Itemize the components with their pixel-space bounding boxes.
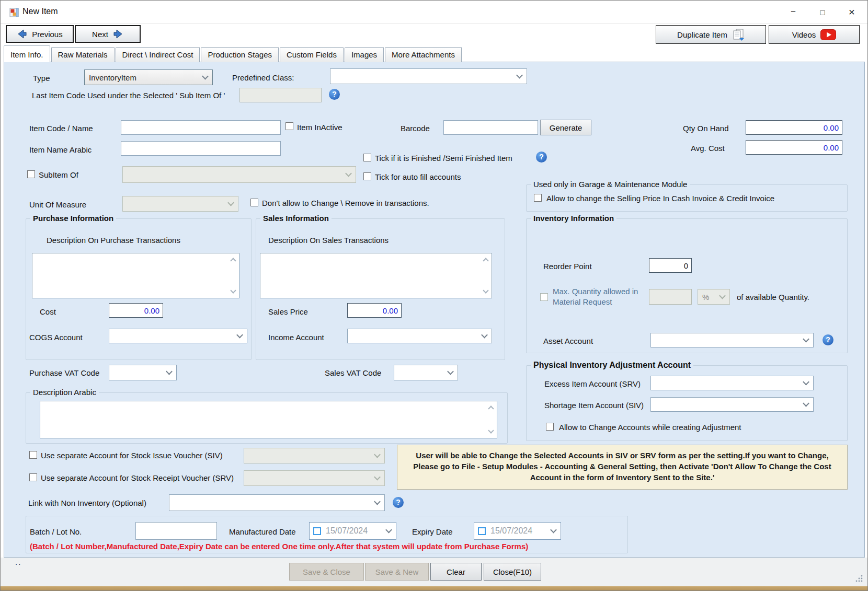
asset-account-select[interactable] — [650, 333, 814, 347]
siv-separate-account-checkbox[interactable] — [29, 451, 37, 459]
help-icon[interactable]: ? — [393, 497, 404, 508]
sales-price-field[interactable] — [347, 303, 402, 318]
generate-label: Generate — [550, 123, 583, 132]
title-bar: New Item − □ × — [1, 1, 867, 24]
date-checkbox[interactable] — [478, 527, 486, 535]
date-checkbox[interactable] — [313, 527, 321, 535]
item-name-arabic-input[interactable] — [121, 141, 281, 156]
garage-module-title: Used only in Garage & Maintenance Module — [531, 180, 690, 189]
next-button[interactable]: Next — [75, 25, 141, 43]
type-select[interactable]: InventoryItem — [84, 69, 213, 85]
close-f10-button[interactable]: Close(F10) — [484, 563, 541, 581]
sales-price-label: Sales Price — [268, 307, 308, 316]
qty-on-hand-field[interactable] — [746, 120, 842, 135]
cogs-account-select[interactable] — [109, 329, 247, 343]
scroll-up-icon[interactable] — [488, 405, 494, 411]
tab-direct-indirect-cost[interactable]: Direct \ Indirect Cost — [116, 47, 200, 62]
tab-images[interactable]: Images — [345, 47, 384, 62]
tab-raw-materials[interactable]: Raw Materials — [51, 47, 115, 62]
close-button[interactable]: × — [839, 4, 864, 20]
help-icon[interactable]: ? — [329, 89, 340, 100]
duplicate-item-button[interactable]: Duplicate Item — [656, 25, 766, 44]
adjustment-account-title: Physical Inventory Adjustment Account — [531, 361, 693, 370]
tab-item-info[interactable]: Item Info. — [4, 45, 50, 62]
barcode-input[interactable] — [443, 120, 538, 135]
description-arabic-textarea[interactable] — [40, 401, 497, 438]
avg-cost-field[interactable] — [746, 140, 842, 155]
max-quantity-label-line2: Material Request — [553, 297, 612, 306]
scroll-down-icon[interactable] — [483, 287, 488, 293]
barcode-label: Barcode — [401, 124, 430, 133]
tab-more-attachments[interactable]: More Attachments — [385, 47, 462, 62]
siv-account-select[interactable] — [244, 448, 385, 463]
chevron-down-icon — [236, 332, 243, 339]
srv-account-select[interactable] — [244, 470, 385, 486]
chevron-down-icon — [481, 332, 488, 339]
allow-change-accounts-checkbox[interactable] — [546, 423, 554, 431]
scroll-up-icon[interactable] — [230, 258, 236, 263]
chevron-down-icon — [374, 474, 381, 481]
item-name-arabic-label: Item Name Arabic — [29, 145, 92, 154]
accounts-note: User will be able to Change the Selected… — [397, 445, 848, 490]
scroll-down-icon[interactable] — [488, 427, 494, 433]
percent-select[interactable]: % — [698, 289, 730, 305]
help-icon[interactable]: ? — [823, 334, 833, 345]
autofill-accounts-checkbox[interactable] — [363, 172, 371, 180]
help-icon[interactable]: ? — [536, 152, 547, 163]
chevron-down-icon — [516, 72, 523, 79]
tab-production-stages[interactable]: Production Stages — [201, 47, 279, 62]
description-arabic-label: Description Arabic — [30, 388, 99, 397]
chevron-down-icon — [374, 499, 381, 505]
link-non-inventory-select[interactable] — [169, 494, 385, 511]
previous-button[interactable]: Previous — [6, 25, 74, 43]
save-new-label: Save & New — [375, 567, 419, 576]
cost-label: Cost — [40, 307, 56, 316]
subitem-of-checkbox[interactable] — [27, 170, 35, 178]
predefined-class-select[interactable] — [330, 68, 527, 84]
excess-item-account-select[interactable] — [650, 376, 814, 390]
resize-grip[interactable] — [855, 574, 863, 583]
last-item-code-field[interactable] — [239, 88, 322, 102]
purchase-vat-code-select[interactable] — [109, 365, 177, 380]
tab-custom-fields[interactable]: Custom Fields — [280, 47, 344, 62]
unit-of-measure-select[interactable] — [122, 196, 238, 212]
unit-of-measure-label: Unit Of Measure — [29, 200, 86, 209]
dont-allow-change-label: Don't allow to Change \ Remove in transa… — [262, 199, 429, 207]
dont-allow-change-checkbox[interactable] — [250, 199, 258, 206]
cost-field[interactable] — [109, 303, 163, 318]
qty-on-hand-label: Qty On Hand — [683, 124, 729, 133]
save-new-button[interactable]: Save & New — [365, 563, 429, 581]
scroll-down-icon[interactable] — [230, 287, 236, 293]
sales-vat-code-select[interactable] — [394, 365, 458, 380]
footer-dots: .. — [15, 558, 21, 566]
expiry-date-picker[interactable]: 15/07/2024 — [474, 522, 561, 540]
finished-item-label: Tick if it is Finished /Semi Finished It… — [375, 154, 512, 163]
allow-selling-price-checkbox[interactable] — [534, 194, 542, 202]
minimize-button[interactable]: − — [781, 4, 806, 20]
maximize-button[interactable]: □ — [810, 4, 835, 20]
generate-button[interactable]: Generate — [540, 120, 591, 135]
purchase-description-textarea[interactable] — [32, 253, 239, 298]
autofill-accounts-label: Tick for auto fill accounts — [375, 172, 461, 181]
save-close-button[interactable]: Save & Close — [289, 563, 364, 581]
max-quantity-field[interactable] — [649, 289, 692, 305]
manufactured-date-picker[interactable]: 15/07/2024 — [309, 522, 396, 540]
income-account-select[interactable] — [347, 329, 492, 343]
videos-button[interactable]: Videos — [769, 25, 860, 44]
subitem-of-select[interactable] — [122, 166, 356, 183]
max-quantity-checkbox[interactable] — [540, 293, 548, 301]
shortage-item-account-select[interactable] — [650, 397, 814, 412]
purchase-description-label: Description On Purchase Transactions — [47, 236, 180, 245]
srv-separate-account-checkbox[interactable] — [29, 473, 37, 481]
finished-item-checkbox[interactable] — [363, 154, 371, 161]
clear-button[interactable]: Clear — [430, 563, 482, 581]
reorder-point-field[interactable] — [649, 258, 692, 273]
youtube-icon — [820, 29, 836, 40]
chevron-down-icon — [202, 73, 209, 80]
last-item-code-label: Last Item Code Used under the Selected '… — [32, 91, 225, 100]
scroll-up-icon[interactable] — [483, 258, 488, 263]
item-inactive-checkbox[interactable] — [285, 122, 293, 130]
sales-description-textarea[interactable] — [260, 253, 492, 298]
item-code-input[interactable] — [121, 120, 281, 135]
batch-lot-input[interactable] — [135, 522, 217, 540]
